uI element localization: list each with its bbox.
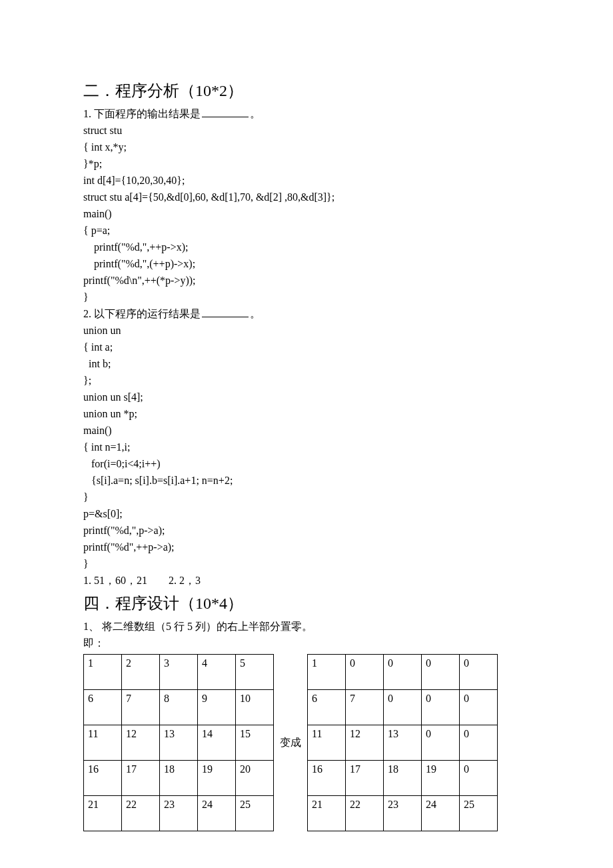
table-row: 1 0 0 0 0 bbox=[308, 655, 498, 690]
q1-code-3: int d[4]={10,20,30,40}; bbox=[83, 172, 530, 189]
s4-q1-line1: 1、 将二维数组（5 行 5 列）的右上半部分置零。 bbox=[83, 618, 530, 635]
table-cell: 24 bbox=[198, 796, 236, 831]
table-cell: 0 bbox=[384, 690, 422, 725]
table-cell: 6 bbox=[84, 690, 122, 725]
table-cell: 6 bbox=[308, 690, 346, 725]
table-cell: 21 bbox=[308, 796, 346, 831]
q1-code-8: printf("%d,",(++p)->x); bbox=[83, 255, 530, 272]
q2-code-6: main() bbox=[83, 422, 530, 439]
q2-prompt-pre: 2. 以下程序的运行结果是 bbox=[83, 308, 201, 319]
left-table: 1 2 3 4 5 6 7 8 9 10 11 12 13 14 15 16 bbox=[83, 654, 274, 831]
table-cell: 22 bbox=[122, 796, 160, 831]
table-cell: 23 bbox=[160, 796, 198, 831]
q1-code-10: } bbox=[83, 289, 530, 305]
table-cell: 24 bbox=[422, 796, 460, 831]
q1-prompt: 1. 下面程序的输出结果是。 bbox=[83, 105, 530, 122]
q1-code-0: struct stu bbox=[83, 122, 530, 139]
table-cell: 0 bbox=[422, 725, 460, 761]
table-cell: 0 bbox=[384, 655, 422, 690]
table-cell: 25 bbox=[236, 796, 274, 831]
table-cell: 1 bbox=[84, 655, 122, 690]
table-cell: 19 bbox=[422, 761, 460, 796]
q1-blank bbox=[202, 107, 249, 117]
table-cell: 11 bbox=[308, 725, 346, 761]
section-4-title: 四．程序设计（10*4） bbox=[83, 593, 530, 614]
table-cell: 7 bbox=[346, 690, 384, 725]
q1-code-4: struct stu a[4]={50,&d[0],60, &d[1],70, … bbox=[83, 189, 530, 205]
table-cell: 0 bbox=[422, 655, 460, 690]
table-row: 6 7 8 9 10 bbox=[84, 690, 274, 725]
table-cell: 11 bbox=[84, 725, 122, 761]
q1-code-5: main() bbox=[83, 205, 530, 222]
q1-code-2: }*p; bbox=[83, 155, 530, 172]
table-row: 11 12 13 0 0 bbox=[308, 725, 498, 761]
q1-code-6: { p=a; bbox=[83, 222, 530, 239]
q1-prompt-post: 。 bbox=[250, 108, 261, 119]
q2-code-14: } bbox=[83, 555, 530, 572]
q1-code-7: printf("%d,",++p->x); bbox=[83, 239, 530, 255]
table-cell: 2 bbox=[122, 655, 160, 690]
table-cell: 16 bbox=[84, 761, 122, 796]
q2-code-7: { int n=1,i; bbox=[83, 439, 530, 455]
table-cell: 16 bbox=[308, 761, 346, 796]
table-cell: 0 bbox=[460, 690, 498, 725]
table-cell: 17 bbox=[122, 761, 160, 796]
q2-blank bbox=[202, 307, 249, 317]
q1-prompt-pre: 1. 下面程序的输出结果是 bbox=[83, 108, 201, 119]
table-cell: 9 bbox=[198, 690, 236, 725]
table-cell: 8 bbox=[160, 690, 198, 725]
table-cell: 12 bbox=[346, 725, 384, 761]
table-cell: 13 bbox=[384, 725, 422, 761]
table-cell: 0 bbox=[460, 761, 498, 796]
table-cell: 14 bbox=[198, 725, 236, 761]
table-cell: 23 bbox=[384, 796, 422, 831]
q2-code-9: {s[i].a=n; s[i].b=s[i].a+1; n=n+2; bbox=[83, 472, 530, 489]
right-table: 1 0 0 0 0 6 7 0 0 0 11 12 13 0 0 16 bbox=[307, 654, 498, 831]
table-cell: 10 bbox=[236, 690, 274, 725]
table-row: 16 17 18 19 0 bbox=[308, 761, 498, 796]
table-cell: 0 bbox=[460, 725, 498, 761]
mid-label: 变成 bbox=[274, 654, 307, 831]
q1-code-9: printf("%d\n",++(*p->y)); bbox=[83, 272, 530, 289]
q2-prompt: 2. 以下程序的运行结果是。 bbox=[83, 305, 530, 322]
q2-code-1: { int a; bbox=[83, 339, 530, 355]
s4-q1-line2: 即： bbox=[83, 635, 530, 651]
table-cell: 0 bbox=[422, 690, 460, 725]
table-row: 16 17 18 19 20 bbox=[84, 761, 274, 796]
table-cell: 12 bbox=[122, 725, 160, 761]
table-cell: 18 bbox=[384, 761, 422, 796]
table-cell: 3 bbox=[160, 655, 198, 690]
table-cell: 13 bbox=[160, 725, 198, 761]
table-cell: 5 bbox=[236, 655, 274, 690]
table-cell: 20 bbox=[236, 761, 274, 796]
q2-code-8: for(i=0;i<4;i++) bbox=[83, 455, 530, 472]
table-cell: 17 bbox=[346, 761, 384, 796]
table-cell: 21 bbox=[84, 796, 122, 831]
table-cell: 18 bbox=[160, 761, 198, 796]
table-cell: 7 bbox=[122, 690, 160, 725]
table-row: 21 22 23 24 25 bbox=[308, 796, 498, 831]
table-cell: 15 bbox=[236, 725, 274, 761]
q2-code-5: union un *p; bbox=[83, 405, 530, 422]
q2-code-13: printf("%d",++p->a); bbox=[83, 539, 530, 555]
table-row: 6 7 0 0 0 bbox=[308, 690, 498, 725]
table-cell: 19 bbox=[198, 761, 236, 796]
table-cell: 22 bbox=[346, 796, 384, 831]
table-cell: 4 bbox=[198, 655, 236, 690]
q2-code-2: int b; bbox=[83, 355, 530, 372]
q2-prompt-post: 。 bbox=[250, 308, 261, 319]
table-cell: 1 bbox=[308, 655, 346, 690]
section-2-title: 二．程序分析（10*2） bbox=[83, 80, 530, 101]
q2-code-10: } bbox=[83, 489, 530, 505]
q2-code-11: p=&s[0]; bbox=[83, 505, 530, 522]
tables-wrap: 1 2 3 4 5 6 7 8 9 10 11 12 13 14 15 16 bbox=[83, 654, 530, 831]
q1-code-1: { int x,*y; bbox=[83, 139, 530, 155]
table-cell: 0 bbox=[460, 655, 498, 690]
table-row: 1 2 3 4 5 bbox=[84, 655, 274, 690]
q2-code-3: }; bbox=[83, 372, 530, 389]
q2-code-0: union un bbox=[83, 322, 530, 339]
table-cell: 0 bbox=[346, 655, 384, 690]
q2-code-12: printf("%d,",p->a); bbox=[83, 522, 530, 539]
table-cell: 25 bbox=[460, 796, 498, 831]
q2-code-4: union un s[4]; bbox=[83, 389, 530, 405]
